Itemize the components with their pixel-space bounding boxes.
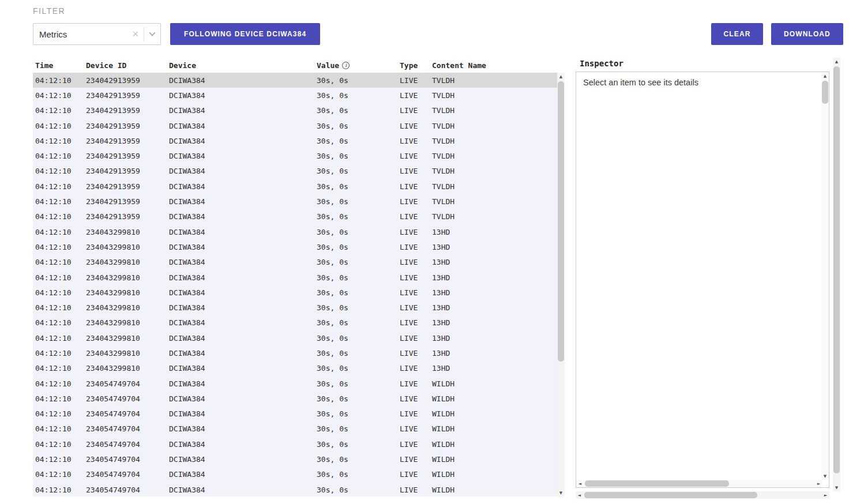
table-row[interactable]: 04:12:10 234042913959 DCIWA384 30s, 0s L… (33, 88, 557, 103)
following-device-button[interactable]: FOLLOWING DEVICE DCIWA384 (170, 23, 320, 45)
page-horizontal-scrollbar[interactable]: ◄ ► (576, 491, 829, 499)
table-row[interactable]: 04:12:10 234042913959 DCIWA384 30s, 0s L… (33, 148, 557, 163)
table-row[interactable]: 04:12:10 234043299810 DCIWA384 30s, 0s L… (33, 361, 557, 376)
table-row[interactable]: 04:12:10 234054749704 DCIWA384 30s, 0s L… (33, 482, 557, 497)
table-row[interactable]: 04:12:10 234043299810 DCIWA384 30s, 0s L… (33, 345, 557, 360)
inspector-horizontal-scrollbar[interactable]: ◄ ► (576, 480, 822, 487)
table-row[interactable]: 04:12:10 234043299810 DCIWA384 30s, 0s L… (33, 255, 557, 270)
table-row[interactable]: 04:12:10 234042913959 DCIWA384 30s, 0s L… (33, 133, 557, 148)
table-row[interactable]: 04:12:10 234042913959 DCIWA384 30s, 0s L… (33, 73, 557, 88)
info-icon[interactable]: i (342, 62, 350, 69)
cell-time: 04:12:10 (33, 394, 84, 403)
download-button[interactable]: DOWNLOAD (771, 23, 843, 45)
cell-content-name: TVLDH (430, 91, 557, 100)
table-row[interactable]: 04:12:10 234042913959 DCIWA384 30s, 0s L… (33, 103, 557, 118)
table-row[interactable]: 04:12:10 234043299810 DCIWA384 30s, 0s L… (33, 224, 557, 239)
cell-value: 30s, 0s (314, 424, 397, 433)
cell-device-id: 234042913959 (84, 76, 167, 85)
cell-device-id: 234042913959 (84, 106, 167, 115)
cell-time: 04:12:10 (33, 91, 84, 100)
cell-device: DCIWA384 (167, 379, 314, 388)
cell-device-id: 234043299810 (84, 334, 167, 343)
cell-type: LIVE (397, 228, 430, 236)
cell-content-name: 13HD (430, 273, 557, 282)
cell-device: DCIWA384 (167, 440, 314, 449)
scroll-up-arrow-icon[interactable]: ▲ (557, 73, 565, 80)
cell-device-id: 234054749704 (84, 424, 167, 433)
scroll-right-arrow-icon[interactable]: ► (815, 480, 822, 487)
cell-value: 30s, 0s (314, 152, 397, 160)
cell-content-name: TVLDH (430, 106, 557, 115)
cell-type: LIVE (397, 349, 430, 358)
metrics-select[interactable]: Metrics × (33, 23, 161, 45)
cell-type: LIVE (397, 288, 430, 297)
cell-content-name: WILDH (430, 409, 557, 418)
cell-value: 30s, 0s (314, 137, 397, 145)
scroll-up-arrow-icon[interactable]: ▲ (821, 72, 829, 80)
cell-value: 30s, 0s (314, 228, 397, 236)
cell-content-name: 13HD (430, 258, 557, 266)
table-row[interactable]: 04:12:10 234043299810 DCIWA384 30s, 0s L… (33, 270, 557, 285)
table-row[interactable]: 04:12:10 234043299810 DCIWA384 30s, 0s L… (33, 285, 557, 300)
page-scrollbar-thumb[interactable] (833, 66, 840, 473)
cell-type: LIVE (397, 106, 430, 115)
column-header-time: Time (33, 61, 84, 70)
inspector-hscroll-thumb[interactable] (585, 480, 729, 487)
table-scrollbar-thumb[interactable] (558, 81, 564, 362)
table-row[interactable]: 04:12:10 234054749704 DCIWA384 30s, 0s L… (33, 422, 557, 437)
table-row[interactable]: 04:12:10 234054749704 DCIWA384 30s, 0s L… (33, 452, 557, 467)
table-row[interactable]: 04:12:10 234054749704 DCIWA384 30s, 0s L… (33, 391, 557, 406)
table-row[interactable]: 04:12:10 234054749704 DCIWA384 30s, 0s L… (33, 407, 557, 422)
cell-device-id: 234042913959 (84, 152, 167, 160)
cell-device-id: 234054749704 (84, 470, 167, 479)
scroll-down-arrow-icon[interactable]: ▼ (833, 484, 840, 491)
scroll-left-arrow-icon[interactable]: ◄ (576, 480, 584, 487)
table-row[interactable]: 04:12:10 234042913959 DCIWA384 30s, 0s L… (33, 179, 557, 194)
scroll-right-arrow-icon[interactable]: ► (822, 491, 829, 499)
cell-device: DCIWA384 (167, 197, 314, 206)
table-row[interactable]: 04:12:10 234042913959 DCIWA384 30s, 0s L… (33, 164, 557, 179)
select-clear-icon[interactable]: × (132, 29, 138, 39)
inspector-vertical-scrollbar[interactable]: ▲ ▼ (821, 72, 829, 480)
inspector-empty-message: Select an item to see its details (583, 78, 698, 87)
cell-value: 30s, 0s (314, 243, 397, 251)
cell-type: LIVE (397, 243, 430, 251)
cell-type: LIVE (397, 394, 430, 403)
cell-time: 04:12:10 (33, 167, 84, 175)
page-hscroll-thumb[interactable] (584, 492, 757, 498)
table-row[interactable]: 04:12:10 234043299810 DCIWA384 30s, 0s L… (33, 239, 557, 254)
clear-button[interactable]: CLEAR (711, 23, 763, 45)
table-row[interactable]: 04:12:10 234043299810 DCIWA384 30s, 0s L… (33, 315, 557, 330)
cell-device: DCIWA384 (167, 334, 314, 343)
scroll-down-arrow-icon[interactable]: ▼ (821, 472, 829, 480)
scroll-down-arrow-icon[interactable]: ▼ (557, 489, 565, 497)
cell-value: 30s, 0s (314, 303, 397, 312)
table-row[interactable]: 04:12:10 234042913959 DCIWA384 30s, 0s L… (33, 194, 557, 209)
table-row[interactable]: 04:12:10 234043299810 DCIWA384 30s, 0s L… (33, 300, 557, 315)
cell-value: 30s, 0s (314, 182, 397, 191)
cell-type: LIVE (397, 318, 430, 327)
cell-value: 30s, 0s (314, 318, 397, 327)
chevron-down-icon[interactable] (149, 29, 155, 36)
table-row[interactable]: 04:12:10 234054749704 DCIWA384 30s, 0s L… (33, 376, 557, 391)
cell-device-id: 234043299810 (84, 288, 167, 297)
cell-device: DCIWA384 (167, 76, 314, 85)
cell-content-name: 13HD (430, 243, 557, 251)
table-vertical-scrollbar[interactable]: ▲ ▼ (557, 73, 565, 497)
scroll-up-arrow-icon[interactable]: ▲ (833, 58, 840, 65)
cell-device: DCIWA384 (167, 91, 314, 100)
cell-device: DCIWA384 (167, 182, 314, 191)
column-header-device-id: Device ID (84, 61, 167, 70)
table-row[interactable]: 04:12:10 234054749704 DCIWA384 30s, 0s L… (33, 467, 557, 482)
cell-value: 30s, 0s (314, 486, 397, 494)
cell-device: DCIWA384 (167, 106, 314, 115)
inspector-vscroll-thumb[interactable] (822, 81, 828, 104)
page-vertical-scrollbar[interactable]: ▲ ▼ (833, 58, 840, 491)
cell-device-id: 234054749704 (84, 409, 167, 418)
table-row[interactable]: 04:12:10 234042913959 DCIWA384 30s, 0s L… (33, 209, 557, 224)
table-row[interactable]: 04:12:10 234043299810 DCIWA384 30s, 0s L… (33, 330, 557, 345)
scroll-left-arrow-icon[interactable]: ◄ (576, 491, 583, 499)
table-row[interactable]: 04:12:10 234054749704 DCIWA384 30s, 0s L… (33, 437, 557, 452)
cell-device-id: 234042913959 (84, 212, 167, 221)
table-row[interactable]: 04:12:10 234042913959 DCIWA384 30s, 0s L… (33, 118, 557, 133)
